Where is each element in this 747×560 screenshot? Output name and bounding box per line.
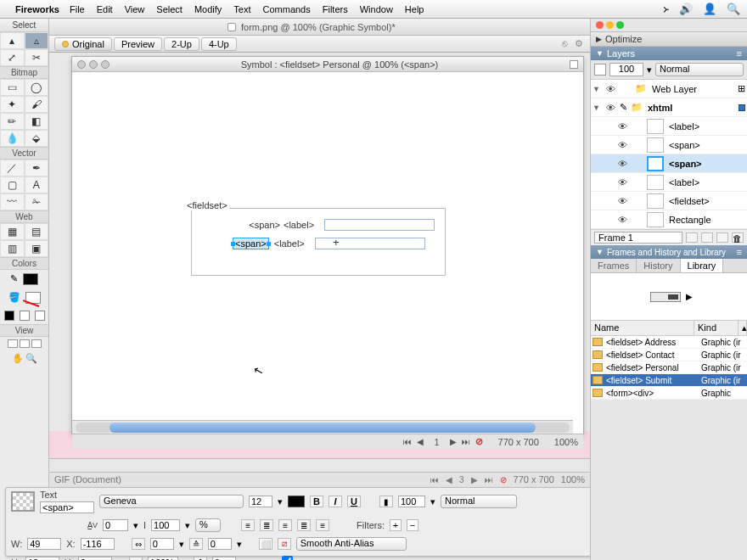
pencil-tool[interactable]: ✏ [0, 113, 25, 130]
view-normal[interactable] [8, 339, 18, 348]
next-page-icon[interactable]: ▶ [450, 437, 457, 446]
pointer-tool[interactable]: ▴ [0, 32, 25, 49]
menu-window[interactable]: Window [360, 4, 393, 14]
w-input[interactable] [27, 538, 61, 550]
kerning-input[interactable] [103, 519, 128, 531]
optimize-panel-header[interactable]: ▶Optimize [591, 31, 747, 47]
y-input[interactable] [78, 557, 112, 561]
panel-close-icon[interactable] [596, 21, 604, 29]
align-center-button[interactable]: ≣ [260, 519, 273, 531]
new-layer-icon[interactable] [716, 232, 728, 243]
brush-tool[interactable]: 🖌 [25, 96, 49, 113]
object-tag-input[interactable] [40, 501, 94, 513]
hscale-icon[interactable]: ↔ [129, 557, 143, 561]
span-label-1[interactable]: <span> [233, 220, 284, 230]
opacity-stepper[interactable]: ▾ [430, 496, 435, 507]
view-full[interactable] [31, 339, 42, 348]
scroll-thumb[interactable] [110, 423, 536, 433]
layer-row[interactable]: 👁Rectangle [591, 210, 747, 229]
vspace-input[interactable] [212, 557, 236, 561]
stroke-none-icon[interactable]: ⬜ [259, 538, 272, 550]
app-name[interactable]: Fireworks [15, 4, 59, 14]
leading-input[interactable] [151, 519, 180, 531]
line-tool[interactable]: ／ [0, 160, 25, 176]
layer-row-selected[interactable]: 👁<span> [591, 154, 747, 173]
layer-row[interactable]: 👁<fieldset> [591, 192, 747, 210]
no-color[interactable] [35, 311, 45, 321]
freeform-tool[interactable]: 〰 [0, 193, 25, 210]
tab-original[interactable]: Original [54, 37, 112, 51]
hspace-input[interactable] [150, 538, 174, 550]
font-size-stepper[interactable]: ▾ [278, 496, 283, 507]
remove-filter-button[interactable]: − [407, 519, 418, 531]
wand-tool[interactable]: ✦ [0, 96, 25, 113]
layer-row[interactable]: 👁<span> [591, 136, 747, 154]
library-row-selected[interactable]: <fieldset> SubmitGraphic (ir [591, 374, 747, 387]
stroke-color[interactable] [23, 273, 38, 285]
antialias-select[interactable]: Smooth Anti-Alias [296, 537, 407, 551]
blur-tool[interactable]: 💧 [0, 130, 25, 147]
layers-menu-icon[interactable]: ≡ [737, 48, 742, 59]
panel-min-icon[interactable] [606, 21, 614, 29]
add-filter-button[interactable]: + [390, 519, 402, 531]
opacity-input[interactable] [398, 496, 425, 507]
vspace-stepper[interactable]: ▾ [241, 557, 246, 560]
settings-icon[interactable]: ⚙ [575, 38, 583, 49]
bluetooth-icon[interactable]: ᚛ [663, 3, 669, 15]
label-tag-1[interactable]: <label> [284, 220, 324, 230]
layers-opacity[interactable]: 100 [609, 63, 643, 76]
marquee-tool[interactable]: ▭ [0, 79, 25, 96]
font-size-input[interactable] [249, 496, 272, 507]
autokern-checkbox[interactable]: Auto kern [282, 556, 335, 560]
export-icon[interactable]: ⎋ [562, 38, 568, 49]
menu-select[interactable]: Select [156, 4, 183, 14]
frame-select[interactable]: Frame 1 [594, 232, 682, 244]
doc-last-page-icon[interactable]: ⏭ [485, 475, 493, 484]
h-input[interactable] [25, 557, 59, 561]
play-icon[interactable]: ▶ [686, 292, 693, 301]
menu-file[interactable]: File [70, 4, 85, 14]
menu-edit[interactable]: Edit [97, 4, 113, 14]
hand-tool[interactable]: ✋ [12, 353, 24, 364]
window-close-icon[interactable] [77, 60, 86, 69]
first-page-icon[interactable]: ⏮ [403, 437, 412, 446]
library-row[interactable]: <fieldset> PersonalGraphic (ir [591, 361, 747, 374]
blend-select[interactable]: Normal [441, 495, 517, 508]
zoom-tool[interactable]: 🔍 [25, 353, 37, 364]
col-name[interactable]: Name [591, 321, 694, 335]
col-sort-icon[interactable]: ▴ [739, 321, 747, 335]
layer-row[interactable]: 👁<label> [591, 173, 747, 192]
stroke-red-icon[interactable]: ⧄ [278, 538, 291, 550]
symbol-titlebar[interactable]: Symbol : <fieldset> Personal @ 100% (<sp… [72, 57, 583, 72]
stop-icon[interactable]: ⊘ [475, 436, 483, 447]
doc-stop-icon[interactable]: ⊘ [500, 475, 507, 484]
x-input[interactable] [81, 538, 115, 550]
hotspot-tool[interactable]: ▦ [0, 223, 25, 240]
align-stretch-button[interactable]: ≡ [316, 519, 329, 531]
fill-color[interactable] [25, 292, 41, 304]
doc-next-page-icon[interactable]: ▶ [471, 475, 478, 484]
opacity-icon[interactable]: ▮ [379, 496, 393, 507]
view-fullmenu[interactable] [20, 339, 30, 348]
menu-filters[interactable]: Filters [323, 4, 348, 14]
window-toggle-icon[interactable] [570, 60, 578, 69]
bucket-icon[interactable]: 🪣 [8, 292, 20, 304]
kern-stepper[interactable]: ▾ [133, 520, 138, 531]
default-colors[interactable] [4, 311, 14, 321]
label-tag-2[interactable]: <label> [274, 238, 315, 249]
swap-colors[interactable] [20, 311, 30, 321]
menu-view[interactable]: View [125, 4, 145, 14]
hspace-stepper[interactable]: ▾ [179, 539, 184, 550]
knife-tool[interactable]: ✁ [25, 193, 49, 210]
crop-tool[interactable]: ✂ [25, 49, 49, 66]
layer-row-weblayer[interactable]: ▼👁📁Web Layer⊞ [591, 80, 747, 98]
doc-close-icon[interactable] [227, 23, 236, 31]
library-row[interactable]: <form><div>Graphic [591, 387, 747, 400]
symbol-canvas[interactable]: <fieldset> <span> <label> <span> <label>… [72, 72, 583, 417]
doc-prev-page-icon[interactable]: ◀ [446, 475, 452, 484]
eraser-tool[interactable]: ◧ [25, 113, 49, 130]
doc-first-page-icon[interactable]: ⏮ [430, 475, 439, 484]
baseline-stepper[interactable]: ▾ [237, 539, 242, 550]
prev-page-icon[interactable]: ◀ [417, 437, 424, 446]
new-sublayer-icon[interactable] [701, 232, 713, 243]
